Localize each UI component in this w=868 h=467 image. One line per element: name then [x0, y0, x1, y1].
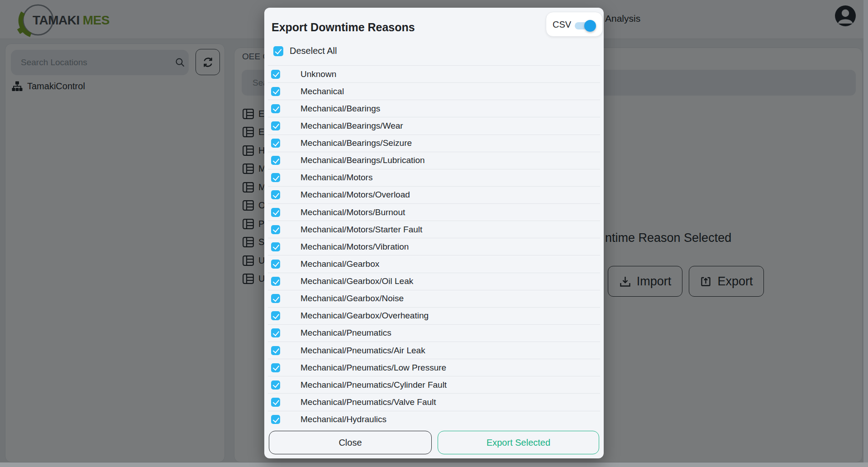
- reason-label: Mechanical/Motors/Burnout: [300, 207, 405, 217]
- reason-checkbox[interactable]: [271, 208, 280, 217]
- reason-row: Mechanical/Pneumatics/Cylinder Fault: [268, 376, 600, 393]
- reason-checkbox[interactable]: [271, 363, 280, 372]
- deselect-all-label: Deselect All: [290, 46, 337, 56]
- reason-checkbox[interactable]: [271, 156, 280, 165]
- reason-checkbox[interactable]: [271, 277, 280, 286]
- reason-checkbox[interactable]: [271, 242, 280, 251]
- deselect-all-checkbox[interactable]: [273, 46, 283, 56]
- reason-row: Mechanical/Gearbox: [268, 255, 600, 272]
- reason-checkbox[interactable]: [271, 328, 280, 337]
- reason-checkbox-list: Unknown Mechanical Mechanical/Bearings M…: [268, 65, 600, 428]
- modal-title: Export Downtime Reasons: [272, 21, 415, 34]
- reason-label: Mechanical/Motors/Vibration: [300, 242, 409, 252]
- reason-row: Mechanical/Bearings/Lubrication: [268, 152, 600, 169]
- reason-checkbox[interactable]: [271, 190, 280, 199]
- reason-row: Mechanical/Bearings: [268, 100, 600, 117]
- reason-checkbox[interactable]: [271, 294, 280, 303]
- deselect-all-row: Deselect All: [273, 46, 337, 56]
- reason-checkbox[interactable]: [271, 346, 280, 355]
- reason-checkbox[interactable]: [271, 104, 280, 113]
- reason-row: Mechanical/Pneumatics: [268, 324, 600, 342]
- reason-label: Mechanical/Motors: [300, 173, 372, 183]
- reason-label: Mechanical/Pneumatics/Valve Fault: [300, 397, 436, 407]
- vertical-scrollbar[interactable]: [863, 0, 868, 462]
- format-selector: CSV: [546, 12, 603, 37]
- reason-row: Mechanical/Pneumatics/Valve Fault: [268, 393, 600, 410]
- reason-label: Mechanical/Bearings/Wear: [300, 121, 403, 131]
- reason-row: Mechanical/Gearbox/Noise: [268, 290, 600, 307]
- reason-label: Mechanical: [300, 87, 344, 96]
- reason-checkbox[interactable]: [271, 380, 280, 390]
- reason-label: Mechanical/Pneumatics/Low Pressure: [300, 363, 446, 373]
- reason-checkbox[interactable]: [271, 121, 280, 130]
- reason-label: Mechanical/Bearings: [300, 104, 380, 114]
- export-downtime-reasons-modal: Export Downtime Reasons CSV Deselect All…: [264, 8, 604, 458]
- reason-checkbox[interactable]: [271, 398, 280, 407]
- reason-row: Mechanical/Pneumatics/Air Leak: [268, 342, 600, 359]
- reason-row: Mechanical/Hydraulics: [268, 411, 600, 428]
- reason-label: Mechanical/Bearings/Lubrication: [300, 155, 425, 165]
- format-label: CSV: [553, 19, 571, 30]
- reason-row: Mechanical/Bearings/Seizure: [268, 135, 600, 152]
- reason-label: Mechanical/Gearbox/Oil Leak: [300, 276, 413, 286]
- reason-label: Mechanical/Bearings/Seizure: [300, 138, 412, 148]
- reason-checkbox[interactable]: [271, 260, 280, 269]
- reason-label: Mechanical/Gearbox/Noise: [300, 294, 404, 303]
- reason-label: Mechanical/Motors/Overload: [300, 190, 410, 200]
- reason-checkbox[interactable]: [271, 415, 280, 424]
- csv-format-toggle[interactable]: [575, 22, 593, 29]
- reason-label: Mechanical/Pneumatics/Cylinder Fault: [300, 380, 447, 390]
- reason-checkbox[interactable]: [271, 70, 280, 79]
- reason-label: Unknown: [300, 69, 336, 79]
- reason-row: Mechanical/Bearings/Wear: [268, 117, 600, 134]
- close-button[interactable]: Close: [269, 431, 432, 454]
- reason-label: Mechanical/Pneumatics/Air Leak: [300, 346, 425, 356]
- reason-row: Mechanical/Motors: [268, 169, 600, 186]
- reason-checkbox[interactable]: [271, 139, 280, 148]
- reason-label: Mechanical/Motors/Starter Fault: [300, 225, 422, 235]
- reason-row: Mechanical/Motors/Starter Fault: [268, 221, 600, 238]
- reason-label: Mechanical/Gearbox: [300, 259, 379, 269]
- reason-label: Mechanical/Gearbox/Overheating: [300, 311, 429, 321]
- horizontal-scrollbar[interactable]: [0, 462, 868, 467]
- reason-row: Mechanical/Motors/Burnout: [268, 203, 600, 221]
- reason-row: Mechanical/Motors/Vibration: [268, 238, 600, 255]
- reason-row: Mechanical/Pneumatics/Low Pressure: [268, 359, 600, 376]
- reason-row: Unknown: [268, 65, 600, 82]
- reason-row: Mechanical/Motors/Overload: [268, 186, 600, 203]
- toggle-knob: [584, 20, 596, 32]
- reason-checkbox[interactable]: [271, 311, 280, 320]
- reason-label: Mechanical/Hydraulics: [300, 414, 386, 424]
- reason-checkbox[interactable]: [271, 173, 280, 182]
- reason-row: Mechanical: [268, 82, 600, 100]
- reason-checkbox[interactable]: [271, 87, 280, 96]
- reason-checkbox[interactable]: [271, 225, 280, 234]
- reason-label: Mechanical/Pneumatics: [300, 328, 391, 338]
- reason-row: Mechanical/Gearbox/Overheating: [268, 307, 600, 324]
- reason-row: Mechanical/Gearbox/Oil Leak: [268, 273, 600, 290]
- app-root: TAMAKIMES Analysis: [0, 0, 868, 467]
- export-selected-button[interactable]: Export Selected: [438, 431, 599, 454]
